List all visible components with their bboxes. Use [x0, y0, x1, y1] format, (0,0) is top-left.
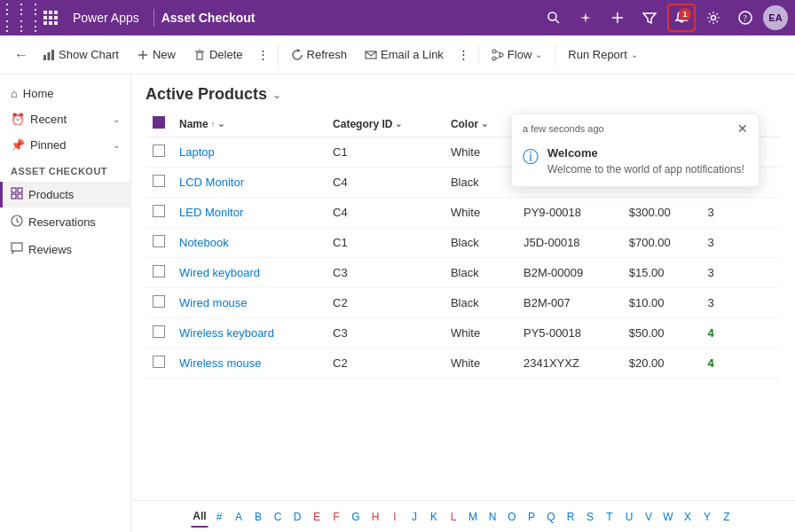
- row-checkbox[interactable]: [146, 348, 172, 379]
- alpha-item-e[interactable]: E: [308, 506, 326, 528]
- row-color: Black: [444, 258, 516, 288]
- sparkle-icon[interactable]: [571, 4, 600, 32]
- svg-rect-8: [54, 21, 58, 25]
- email-link-button[interactable]: Email a Link: [358, 44, 451, 65]
- show-chart-button[interactable]: Show Chart: [35, 44, 126, 65]
- alpha-item-n[interactable]: N: [484, 506, 501, 528]
- divider3: [555, 44, 555, 66]
- alpha-item-t[interactable]: T: [601, 506, 618, 528]
- col-checkbox-header[interactable]: [146, 111, 172, 137]
- search-icon[interactable]: [539, 4, 568, 32]
- svg-rect-6: [43, 21, 47, 25]
- row-checkbox[interactable]: [146, 168, 172, 198]
- row-name[interactable]: Wired mouse: [172, 288, 326, 318]
- table-row: Wired mouse C2 Black B2M-007 $10.00 3: [146, 288, 781, 318]
- col-name-header[interactable]: Name ↑ ⌄: [172, 111, 326, 137]
- alpha-item-k[interactable]: K: [425, 506, 443, 528]
- alpha-item-l[interactable]: L: [445, 506, 462, 528]
- refresh-icon: [291, 49, 303, 61]
- alpha-item-w[interactable]: W: [659, 506, 677, 528]
- alpha-item-f[interactable]: F: [327, 506, 345, 528]
- refresh-button[interactable]: Refresh: [284, 44, 355, 65]
- alpha-item-all[interactable]: All: [191, 506, 209, 528]
- flow-button[interactable]: Flow ⌄: [484, 44, 549, 65]
- bell-icon[interactable]: 1: [667, 4, 696, 32]
- more-button-2[interactable]: ⋮: [454, 44, 473, 65]
- sidebar-item-recent[interactable]: ⏰ Recent ⌄: [0, 107, 130, 131]
- row-checkbox[interactable]: [146, 288, 172, 318]
- alpha-item-p[interactable]: P: [523, 506, 540, 528]
- svg-rect-17: [43, 55, 46, 60]
- alpha-item-z[interactable]: Z: [718, 506, 736, 528]
- app-name-label: Power Apps: [66, 11, 146, 25]
- col-category-header[interactable]: Category ID ⌄: [326, 111, 444, 137]
- clock-icon: ⏰: [11, 113, 25, 126]
- row-model: 2341XYXZ: [516, 348, 622, 379]
- settings-icon[interactable]: [699, 4, 728, 32]
- row-name[interactable]: LCD Monitor: [172, 168, 326, 198]
- sidebar-item-reservations[interactable]: Reservations: [0, 209, 130, 235]
- sidebar-item-pinned[interactable]: 📌 Pinned ⌄: [0, 133, 130, 157]
- reviews-icon: [11, 242, 23, 257]
- more-button-1[interactable]: ⋮: [254, 44, 272, 65]
- notification-close-button[interactable]: ✕: [737, 121, 748, 136]
- col-chevron: ⌄: [481, 119, 488, 129]
- alpha-item-m[interactable]: M: [464, 506, 482, 528]
- alpha-item-s[interactable]: S: [581, 506, 599, 528]
- notification-title: Welcome: [547, 146, 744, 160]
- col-color-header[interactable]: Color ⌄: [444, 111, 516, 137]
- alpha-item-h[interactable]: H: [366, 506, 384, 528]
- plus-icon[interactable]: [603, 4, 632, 32]
- svg-rect-31: [12, 194, 16, 199]
- waffle-icon[interactable]: [43, 10, 59, 26]
- alpha-item-#[interactable]: #: [210, 506, 228, 528]
- row-rating: 3: [700, 228, 781, 258]
- run-report-button[interactable]: Run Report ⌄: [561, 44, 644, 65]
- svg-rect-7: [49, 21, 52, 25]
- alpha-item-q[interactable]: Q: [542, 506, 560, 528]
- row-checkbox[interactable]: [146, 228, 172, 258]
- alpha-item-b[interactable]: B: [249, 506, 267, 528]
- row-checkbox[interactable]: [146, 258, 172, 288]
- row-name[interactable]: Wireless mouse: [172, 348, 326, 379]
- row-model: PY5-00018: [516, 318, 622, 348]
- help-icon[interactable]: ?: [731, 4, 760, 32]
- row-name[interactable]: Notebook: [172, 228, 326, 258]
- reservations-icon: [11, 215, 23, 230]
- alpha-item-u[interactable]: U: [620, 506, 638, 528]
- alpha-item-j[interactable]: J: [405, 506, 423, 528]
- alpha-item-r[interactable]: R: [562, 506, 579, 528]
- table-row: Wireless keyboard C3 White PY5-00018 $50…: [146, 318, 781, 348]
- alpha-item-a[interactable]: A: [230, 506, 248, 528]
- row-name[interactable]: Wired keyboard: [172, 258, 326, 288]
- alpha-item-i[interactable]: I: [386, 506, 404, 528]
- divider: [153, 9, 154, 27]
- header-checkbox[interactable]: [153, 116, 165, 129]
- row-checkbox[interactable]: [146, 318, 172, 348]
- sidebar-item-home[interactable]: ⌂ Home: [0, 82, 130, 106]
- back-button[interactable]: ←: [11, 43, 32, 66]
- new-button[interactable]: New: [130, 44, 183, 65]
- alpha-item-y[interactable]: Y: [698, 506, 716, 528]
- svg-rect-2: [54, 11, 58, 14]
- row-checkbox[interactable]: [146, 137, 172, 168]
- alpha-item-g[interactable]: G: [347, 506, 365, 528]
- alpha-item-x[interactable]: X: [679, 506, 697, 528]
- page-title-chevron[interactable]: ⌄: [272, 89, 281, 101]
- sidebar-item-reviews[interactable]: Reviews: [0, 237, 130, 262]
- flow-chevron: ⌄: [535, 50, 542, 59]
- row-name[interactable]: Laptop: [172, 137, 326, 168]
- alpha-item-o[interactable]: O: [503, 506, 521, 528]
- delete-button[interactable]: Delete: [186, 44, 250, 65]
- avatar[interactable]: EA: [763, 5, 788, 30]
- sidebar-item-products[interactable]: Products: [0, 182, 130, 207]
- row-rating: 3: [700, 288, 781, 318]
- alpha-item-c[interactable]: C: [269, 506, 287, 528]
- grid-icon[interactable]: ⋮⋮⋮⋮⋮⋮: [7, 4, 35, 32]
- filter-icon[interactable]: [635, 4, 664, 32]
- alpha-item-v[interactable]: V: [640, 506, 657, 528]
- row-name[interactable]: Wireless keyboard: [172, 318, 326, 348]
- row-name[interactable]: LED Monitor: [172, 198, 326, 228]
- alpha-item-d[interactable]: D: [288, 506, 306, 528]
- row-checkbox[interactable]: [146, 198, 172, 228]
